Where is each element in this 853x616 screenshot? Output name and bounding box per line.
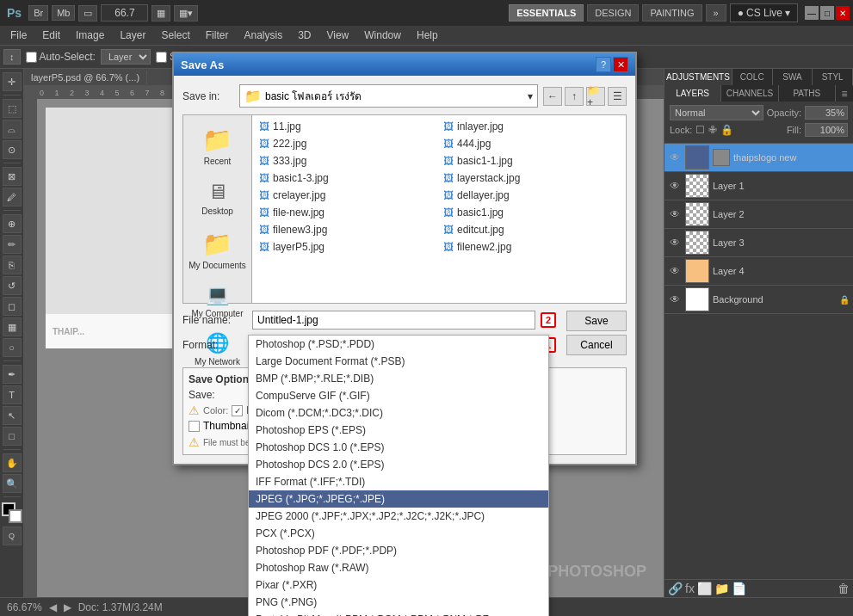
- eyedropper-tool[interactable]: 🖉: [3, 188, 22, 206]
- list-item[interactable]: 🖼 crelayer.jpg: [256, 188, 438, 203]
- close-app-button[interactable]: ✕: [836, 6, 850, 20]
- fill-input[interactable]: [805, 123, 848, 137]
- save-in-select[interactable]: 📁 basic โฟลเดอร์ เรง่รัด ▾: [239, 84, 538, 108]
- path-selection-tool[interactable]: ↖: [3, 406, 22, 425]
- save-in-dropdown-arrow[interactable]: ▾: [528, 90, 533, 102]
- format-option[interactable]: PCX (*.PCX): [249, 525, 548, 542]
- tab-paths[interactable]: PATHS: [779, 85, 836, 102]
- list-item[interactable]: 🖼 222.jpg: [256, 136, 438, 151]
- icc-profile-checkbox[interactable]: [232, 405, 243, 416]
- layer-item[interactable]: 👁 thaipslogo new: [664, 144, 853, 172]
- format-option[interactable]: Dicom (*.DCM;*.DC3;*.DIC): [249, 404, 548, 422]
- link-layers-button[interactable]: 🔗: [668, 582, 683, 595]
- design-button[interactable]: DESIGN: [587, 4, 639, 22]
- auto-select-checkbox[interactable]: [26, 52, 37, 63]
- hand-tool[interactable]: ✋: [3, 453, 22, 472]
- new-layer-button[interactable]: 📄: [732, 582, 746, 595]
- format-option[interactable]: PNG (*.PNG): [249, 594, 548, 611]
- zoom-input[interactable]: [101, 4, 148, 22]
- list-item[interactable]: 🖼 layerstack.jpg: [440, 170, 622, 186]
- list-item[interactable]: 🖼 layerP5.jpg: [256, 239, 438, 255]
- menu-layer[interactable]: Layer: [113, 28, 152, 43]
- list-item[interactable]: 🖼 11.jpg: [256, 119, 438, 134]
- canvas-size-button[interactable]: ▭: [78, 5, 97, 22]
- layer-visibility-toggle[interactable]: 👁: [668, 179, 682, 193]
- background-color[interactable]: [9, 509, 22, 523]
- lock-pixel-icon[interactable]: ☐: [695, 124, 705, 136]
- format-option[interactable]: JPEG 2000 (*.JPF;*.JPX;*.JP2;*.J2C;*.J2K…: [249, 508, 548, 525]
- show-transform-checkbox[interactable]: [156, 52, 167, 63]
- format-option[interactable]: BMP (*.BMP;*.RLE;*.DIB): [249, 370, 548, 387]
- menu-view[interactable]: View: [319, 28, 355, 43]
- format-option[interactable]: Pixar (*.PXR): [249, 576, 548, 594]
- auto-select-type[interactable]: Layer: [101, 49, 151, 65]
- nav-arrows-right[interactable]: ▶: [64, 601, 71, 613]
- go-back-button[interactable]: ←: [543, 87, 562, 106]
- tab-styles[interactable]: STYL: [813, 69, 853, 85]
- move-tool[interactable]: ✛: [3, 72, 22, 91]
- mb-button[interactable]: Mb: [52, 5, 75, 21]
- lasso-tool[interactable]: ⌓: [3, 120, 22, 139]
- menu-help[interactable]: Help: [410, 28, 445, 43]
- tab-adjustments[interactable]: ADJUSTMENTS: [664, 69, 732, 85]
- spot-healing-tool[interactable]: ⊕: [3, 214, 22, 233]
- layer-visibility-toggle[interactable]: 👁: [668, 293, 682, 306]
- color-selector[interactable]: [2, 502, 22, 523]
- thumbnail-checkbox[interactable]: [189, 421, 200, 432]
- zoom-tool[interactable]: 🔍: [3, 474, 22, 493]
- nav-recent[interactable]: 📁 Recent: [199, 122, 236, 169]
- list-item[interactable]: 🖼 dellayer.jpg: [440, 188, 622, 203]
- lock-position-icon[interactable]: ✙: [708, 124, 717, 136]
- menu-select[interactable]: Select: [154, 28, 196, 43]
- menu-image[interactable]: Image: [69, 28, 111, 43]
- add-mask-button[interactable]: ⬜: [697, 582, 712, 595]
- format-option[interactable]: Photoshop (*.PSD;*.PDD): [249, 336, 548, 353]
- go-up-button[interactable]: ↑: [565, 87, 584, 106]
- list-item[interactable]: 🖼 filenew3.jpg: [256, 222, 438, 237]
- tab-swatches[interactable]: SWA: [773, 69, 813, 85]
- menu-edit[interactable]: Edit: [35, 28, 67, 43]
- layer-item[interactable]: 👁 Layer 4: [664, 257, 853, 286]
- list-item[interactable]: 🖼 file-new.jpg: [256, 205, 438, 220]
- eraser-tool[interactable]: ◻: [3, 297, 22, 316]
- essentials-button[interactable]: ESSENTIALS: [509, 4, 584, 22]
- view-mode-button[interactable]: ▦: [151, 5, 170, 22]
- view-toggle-button[interactable]: ☰: [608, 87, 627, 106]
- filename-input[interactable]: [252, 311, 535, 330]
- list-item[interactable]: 🖼 basic1-1.jpg: [440, 153, 622, 169]
- gradient-tool[interactable]: ▦: [3, 317, 22, 336]
- list-item[interactable]: 🖼 inlayer.jpg: [440, 119, 622, 134]
- menu-3d[interactable]: 3D: [291, 28, 318, 43]
- nav-arrows-left[interactable]: ◀: [49, 601, 57, 613]
- layer-visibility-toggle[interactable]: 👁: [668, 264, 682, 278]
- layer-visibility-toggle[interactable]: 👁: [668, 236, 682, 249]
- br-button[interactable]: Br: [28, 5, 48, 21]
- list-item[interactable]: 🖼 333.jpg: [256, 153, 438, 169]
- layer-item[interactable]: 👁 Layer 3: [664, 229, 853, 257]
- nav-desktop[interactable]: 🖥 Desktop: [198, 176, 237, 219]
- pen-tool[interactable]: ✒: [3, 365, 22, 384]
- tab-layers[interactable]: LAYERS: [664, 85, 721, 102]
- list-item[interactable]: 🖼 editcut.jpg: [440, 222, 622, 237]
- format-option[interactable]: Photoshop DCS 1.0 (*.EPS): [249, 439, 548, 456]
- tab-channels[interactable]: CHANNELS: [721, 85, 778, 102]
- more-workspaces-button[interactable]: »: [706, 4, 726, 22]
- layer-visibility-toggle[interactable]: 👁: [668, 207, 682, 221]
- dialog-close-button[interactable]: ✕: [613, 57, 628, 72]
- menu-window[interactable]: Window: [357, 28, 408, 43]
- layer-item[interactable]: 👁 Layer 1: [664, 172, 853, 200]
- layers-panel-menu[interactable]: ≡: [836, 85, 853, 102]
- format-option[interactable]: Photoshop Raw (*.RAW): [249, 559, 548, 576]
- tab-color[interactable]: COLC: [732, 69, 773, 85]
- menu-file[interactable]: File: [3, 28, 34, 43]
- tool-options-button[interactable]: ↕: [3, 49, 21, 65]
- list-item[interactable]: 🖼 filenew2.jpg: [440, 239, 622, 255]
- quick-mask-button[interactable]: Q: [3, 527, 22, 545]
- format-option[interactable]: Photoshop DCS 2.0 (*.EPS): [249, 456, 548, 473]
- lock-all-icon[interactable]: 🔒: [720, 124, 733, 136]
- layer-item[interactable]: 👁 Layer 2: [664, 200, 853, 229]
- dodge-tool[interactable]: ○: [3, 338, 22, 357]
- create-folder-button[interactable]: 📁+: [586, 87, 605, 106]
- type-tool[interactable]: T: [3, 385, 22, 404]
- cancel-button[interactable]: Cancel: [566, 335, 627, 355]
